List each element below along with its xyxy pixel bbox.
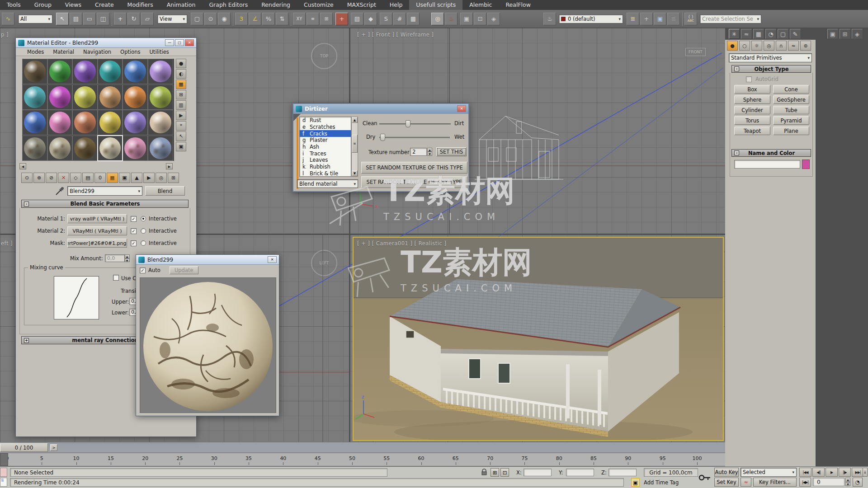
angle-snap-icon[interactable]: ∠ (249, 13, 261, 25)
slider-handle[interactable] (380, 134, 385, 141)
pick-material-icon[interactable]: ◎ (156, 173, 167, 183)
material-sample-slot[interactable] (123, 136, 148, 161)
palette-scroll-right-icon[interactable]: ▸ (166, 163, 173, 169)
curve-editor-icon[interactable]: S (380, 13, 392, 25)
dirtizer-titlebar[interactable]: Dirtizer ✕ (293, 104, 468, 114)
primitive-button[interactable]: GeoSphere (773, 95, 809, 104)
menu-item[interactable]: Modifiers (121, 0, 160, 10)
material-sample-slot[interactable] (98, 110, 123, 135)
texture-type-row[interactable]: jLeaves (300, 157, 351, 164)
material-sample-slot[interactable] (72, 136, 98, 161)
material-slot-button[interactable]: vray wallP ( VRayMtl ) (67, 214, 127, 223)
scroll-arrow-icon[interactable]: ↓ (863, 468, 868, 477)
time-slider-track[interactable]: 0 / 100 > (0, 442, 725, 453)
absolute-mode-icon[interactable]: ⊞ (491, 468, 499, 477)
material-editor-menu-item[interactable]: Material (49, 49, 78, 55)
layers-list-icon[interactable]: ≣ (627, 13, 639, 25)
offset-mode-icon[interactable]: ⊡ (500, 468, 509, 477)
material-type-button[interactable]: Blend (145, 186, 185, 196)
next-frame-button[interactable]: ||▶ (839, 468, 851, 477)
autogrid-checkbox[interactable] (746, 76, 752, 82)
category-lights-icon[interactable]: ☼ (751, 41, 762, 51)
material-sample-slot[interactable] (123, 110, 148, 135)
background-icon[interactable]: ▦ (176, 80, 186, 89)
primitive-button[interactable]: Teapot (734, 127, 770, 135)
selection-lock-icon[interactable] (481, 469, 488, 476)
material-sample-slot[interactable] (148, 110, 173, 135)
backlight-icon[interactable]: ◐ (176, 69, 186, 79)
palette-scroll-left-icon[interactable]: ◂ (19, 163, 26, 169)
set-random-any-type-button[interactable]: SET RANDOM TEXTURE OF ANY TYPE (361, 176, 467, 188)
material-sample-slot[interactable] (47, 84, 73, 110)
material-sample-slot[interactable] (148, 136, 173, 161)
menu-item[interactable]: Graph Editors (202, 0, 255, 10)
camera-viewport[interactable]: [ + ] [ Camera001 ] [ Realistic ] (353, 237, 724, 441)
default-in-out-tangent-icon[interactable]: ≈ (741, 478, 751, 487)
mix-amount-field[interactable]: 0,0 (105, 254, 125, 262)
schematic-view-icon[interactable]: # (393, 13, 406, 25)
sample-uv-tiling-icon[interactable]: ⊞ (168, 173, 179, 183)
align-icon[interactable]: ⊞ (320, 13, 333, 25)
texture-number-field[interactable]: 2 (410, 148, 427, 156)
category-systems-icon[interactable]: ⊛ (800, 41, 811, 51)
view-reference-dropdown[interactable]: View▾ (157, 14, 187, 23)
options-icon[interactable]: * (176, 121, 186, 131)
percent-snap-icon[interactable]: % (262, 13, 275, 25)
primitive-button[interactable]: Tube (773, 106, 809, 114)
go-to-parent-icon[interactable]: ▲ (131, 173, 142, 183)
texture-number-spinner[interactable]: ▲▼ (427, 148, 432, 156)
time-tag-cube-icon[interactable]: ▣ (631, 478, 640, 487)
close-icon[interactable]: ✕ (457, 105, 466, 112)
rectangular-selection-icon[interactable]: ▭ (83, 13, 96, 25)
add-time-tag-label[interactable]: Add Time Tag (644, 479, 679, 486)
name-color-rollout[interactable]: -Name and Color (731, 149, 811, 157)
make-unique-icon[interactable]: ◇ (70, 173, 81, 183)
material-editor-menu-item[interactable]: Utilities (145, 49, 173, 55)
selection-set-key-dropdown[interactable]: Selected▾ (741, 468, 797, 477)
material-sample-slot[interactable] (47, 110, 73, 135)
material-map-navigator-icon[interactable]: ▣ (176, 142, 186, 151)
interactive-radio[interactable] (141, 228, 146, 234)
previous-frame-button[interactable]: ◀|| (812, 468, 825, 477)
select-and-move-icon[interactable]: + (114, 13, 127, 25)
layer-dropdown[interactable]: 0 (default) ▾ (559, 14, 623, 23)
interactive-radio[interactable] (141, 240, 146, 246)
select-and-scale-icon[interactable]: ▱ (141, 13, 154, 25)
material-sample-slot[interactable] (148, 59, 173, 84)
render-setup-icon[interactable]: ◎ (431, 13, 444, 25)
tab-modify-icon[interactable]: ≈ (741, 29, 752, 39)
material-sample-slot[interactable] (98, 59, 123, 84)
graphite-ribbon-icon[interactable]: ◆ (364, 13, 377, 25)
texture-type-row[interactable]: dRust (300, 117, 351, 124)
render-production-teapot-icon[interactable]: ♨ (445, 13, 458, 25)
scroll-thumb[interactable]: ≡ (352, 135, 358, 153)
texture-type-row[interactable]: fCracks (300, 130, 351, 137)
preview-titlebar[interactable]: Blend299 ✕ (136, 255, 279, 265)
texture-type-list[interactable]: dRusteScratchesfCracksgPlasterhAshiTrace… (299, 117, 351, 177)
named-selection-sets-icon[interactable]: XY (293, 13, 306, 25)
create-selection-set-dropdown[interactable]: Create Selection Se▾ (700, 14, 761, 23)
video-color-check-icon[interactable]: ▥ (176, 100, 186, 110)
close-button[interactable]: ✕ (185, 39, 194, 46)
tab-create-icon[interactable]: ✳ (729, 29, 740, 39)
tab-hierarchy-icon[interactable]: ▦ (753, 29, 764, 39)
material-sample-slot[interactable] (22, 110, 47, 135)
maximize-viewport-icon[interactable]: ▣ (827, 29, 838, 39)
material-sample-slot[interactable] (98, 84, 123, 110)
isolate-icon[interactable]: ◈ (852, 29, 863, 39)
get-material-icon[interactable]: ⊙ (21, 173, 33, 183)
time-slider-next-button[interactable]: > (50, 444, 57, 451)
render-teapot-icon[interactable]: ♨ (543, 13, 556, 25)
texture-type-row[interactable]: eScratches (300, 124, 351, 131)
viewcube-front[interactable]: FRONT (685, 48, 706, 56)
tab-motion-icon[interactable]: ◔ (765, 29, 776, 39)
front-viewport-label[interactable]: [ + ] [ Front ] [ Wireframe ] (357, 32, 434, 38)
y-coordinate-field[interactable] (566, 469, 594, 476)
category-helpers-icon[interactable]: ∩ (776, 41, 787, 51)
viewport-layout-icon[interactable]: ⊞ (840, 29, 850, 39)
mini-listener-white[interactable]: li (0, 478, 7, 487)
primitive-button[interactable]: Sphere (734, 95, 770, 104)
material-sample-slot[interactable] (72, 59, 98, 84)
slider-handle[interactable] (406, 120, 410, 127)
select-object-icon[interactable]: ↖ (56, 13, 69, 25)
